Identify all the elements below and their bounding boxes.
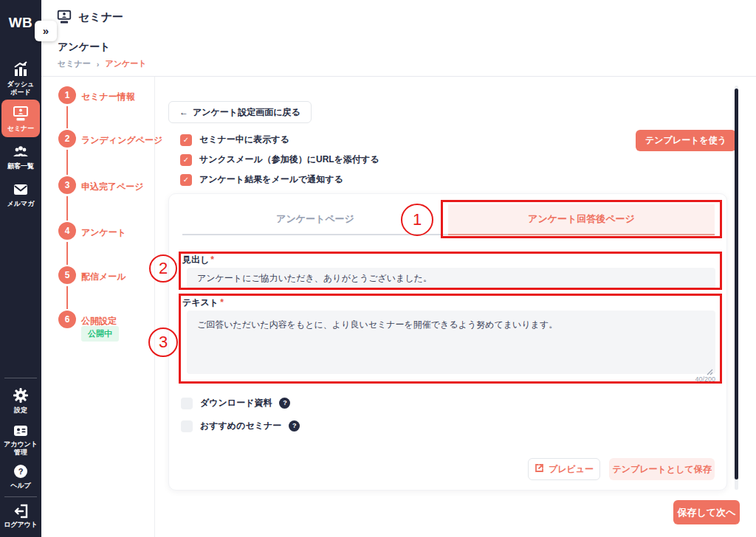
mail-icon (12, 181, 30, 198)
sidebar-item-settings[interactable]: 設定 (0, 387, 41, 415)
sidebar-item-label: ヘルプ (10, 482, 31, 490)
help-badge-icon[interactable]: ? (289, 420, 300, 432)
step-2-label[interactable]: ランディングページ (81, 134, 162, 147)
checkbox-checked[interactable]: ✓ (180, 134, 192, 146)
checkbox-unchecked[interactable] (181, 398, 193, 409)
checkbox-label: アンケート結果をメールで通知する (199, 173, 343, 186)
sidebar-divider (4, 378, 37, 378)
checkbox-label: ダウンロード資料 (200, 397, 272, 409)
sidebar-item-seminar[interactable]: セミナー (1, 100, 40, 137)
step-1-circle[interactable]: 1 (58, 86, 76, 104)
account-card-icon (12, 423, 30, 438)
step-2-circle[interactable]: 2 (58, 130, 76, 148)
step-connector (66, 196, 68, 221)
breadcrumb-separator-icon: › (97, 60, 100, 69)
step-connector (66, 106, 68, 128)
sidebar: WB ダッシュ ボード (0, 0, 41, 537)
help-badge-icon[interactable]: ? (279, 398, 290, 409)
page-title: アンケート (58, 41, 110, 54)
sidebar-item-customers[interactable]: 顧客一覧 (0, 144, 41, 170)
tab-survey-page[interactable]: アンケートページ (182, 204, 448, 235)
scrollbar-thumb[interactable] (735, 89, 738, 479)
checkbox-checked[interactable]: ✓ (180, 174, 192, 186)
back-button-label: アンケート設定画面に戻る (193, 106, 300, 119)
page-header: セミナー アンケート セミナー › アンケート (41, 0, 756, 77)
text-textarea[interactable]: ご回答いただいた内容をもとに、より良いセミナーを開催できるよう努めてまいります。 (187, 311, 715, 374)
sidebar-item-logout[interactable]: ログアウト (0, 504, 41, 529)
survey-settings-card: アンケートページ アンケート回答後ページ 見出し* テキスト* ご回答いただいた… (168, 193, 727, 491)
sidebar-item-label: ログアウト (4, 521, 38, 529)
content-area: 1 セミナー情報 2 ランディングページ 3 申込完了ページ 4 アンケート 5… (41, 77, 756, 537)
save-as-template-button[interactable]: テンプレートとして保存 (609, 458, 715, 480)
sidebar-item-mailmag[interactable]: メルマガ (0, 181, 41, 208)
save-and-next-button[interactable]: 保存して次へ (673, 500, 740, 524)
back-to-survey-settings-button[interactable]: ← アンケート設定画面に戻る (168, 101, 312, 123)
checkbox-label: セミナー中に表示する (199, 134, 289, 146)
field-label-text: 見出し (182, 254, 209, 265)
gear-icon (12, 387, 30, 404)
section-title: セミナー (56, 9, 123, 25)
field-label-text: テキスト (182, 297, 219, 308)
checkbox-row-attach-url-thanks-mail[interactable]: ✓ サンクスメール（参加後）にURLを添付する (180, 153, 379, 166)
help-icon: ? (13, 463, 29, 479)
step-3-label[interactable]: 申込完了ページ (81, 181, 144, 193)
customers-icon (12, 144, 30, 160)
sidebar-item-label: 設定 (14, 406, 27, 415)
sidebar-item-dashboard[interactable]: ダッシュ ボード (0, 60, 41, 97)
seminar-icon (12, 105, 30, 122)
sidebar-item-help[interactable]: ? ヘルプ (0, 463, 41, 490)
step-5-circle[interactable]: 5 (58, 266, 76, 284)
sidebar-item-label: メルマガ (7, 200, 35, 208)
external-link-icon (535, 463, 544, 475)
step-1-label[interactable]: セミナー情報 (81, 91, 135, 103)
checkbox-row-download-materials[interactable]: ダウンロード資料 ? (181, 397, 290, 409)
checkbox-checked[interactable]: ✓ (180, 154, 192, 166)
step-6-circle[interactable]: 6 (58, 311, 76, 328)
required-asterisk: * (210, 254, 214, 265)
sidebar-collapse-button[interactable]: » (35, 21, 57, 41)
app-window: WB ダッシュ ボード (0, 0, 756, 537)
preview-button[interactable]: プレビュー (528, 458, 600, 480)
checkbox-row-show-during-seminar[interactable]: ✓ セミナー中に表示する (180, 134, 289, 146)
checkbox-row-recommended-seminars[interactable]: おすすめのセミナー ? (181, 420, 300, 432)
sidebar-item-label: アカウント 管理 (4, 440, 38, 457)
step-connector (66, 242, 68, 265)
step-3-circle[interactable]: 3 (58, 176, 76, 194)
resize-grip-icon[interactable] (707, 365, 713, 372)
step-connector (66, 150, 68, 175)
checkbox-row-notify-results-mail[interactable]: ✓ アンケート結果をメールで通知する (180, 173, 343, 186)
step-4-label[interactable]: アンケート (81, 226, 126, 239)
sidebar-item-account[interactable]: アカウント 管理 (0, 423, 41, 457)
svg-text:?: ? (18, 467, 24, 476)
step-connector (66, 286, 68, 309)
sidebar-item-label: セミナー (7, 125, 35, 133)
dashboard-icon (12, 60, 30, 78)
back-arrow-icon: ← (179, 107, 188, 117)
step-5-label[interactable]: 配信メール (81, 271, 126, 283)
heading-input[interactable] (187, 268, 715, 288)
published-status-badge: 公開中 (81, 326, 119, 342)
char-counter: 40/200 (642, 375, 715, 383)
breadcrumb-item-seminar[interactable]: セミナー (58, 58, 91, 69)
section-title-label: セミナー (78, 10, 123, 24)
checkbox-label: おすすめのセミナー (200, 420, 281, 432)
required-asterisk: * (220, 297, 224, 308)
heading-field-label: 見出し* (182, 254, 214, 266)
breadcrumb-item-survey: アンケート (105, 58, 146, 69)
checkbox-label: サンクスメール（参加後）にURLを添付する (199, 153, 379, 166)
preview-button-label: プレビュー (549, 463, 594, 476)
sidebar-divider (4, 496, 37, 497)
sidebar-item-label: ダッシュ ボード (7, 80, 35, 97)
logout-icon (13, 504, 29, 519)
use-template-button[interactable]: テンプレートを使う (636, 130, 736, 151)
breadcrumb: セミナー › アンケート (58, 58, 146, 69)
text-field-label: テキスト* (182, 297, 224, 309)
checkbox-unchecked[interactable] (181, 420, 193, 432)
sidebar-item-label: 顧客一覧 (7, 162, 34, 170)
seminar-icon (56, 9, 72, 25)
step-4-circle[interactable]: 4 (58, 222, 76, 240)
tab-survey-after-page[interactable]: アンケート回答後ページ (448, 204, 715, 235)
